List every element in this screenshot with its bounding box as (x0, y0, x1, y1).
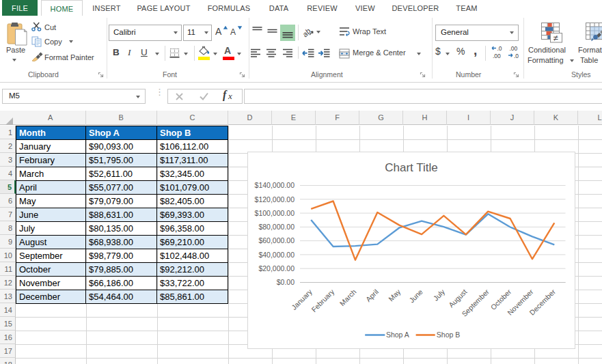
svg-text:Chart Title: Chart Title (385, 160, 437, 173)
svg-text:$140,000.00: $140,000.00 (254, 181, 295, 189)
svg-text:$80,000.00: $80,000.00 (258, 223, 295, 231)
svg-text:$120,000.00: $120,000.00 (254, 195, 295, 203)
svg-text:$20,000.00: $20,000.00 (258, 264, 295, 272)
svg-text:.0: .0 (514, 53, 519, 59)
svg-text:.00: .00 (493, 53, 501, 59)
svg-text:.0: .0 (497, 46, 502, 52)
svg-text:$0.00: $0.00 (276, 278, 294, 286)
svg-text:$60,000.00: $60,000.00 (258, 236, 295, 244)
svg-text:$40,000.00: $40,000.00 (258, 250, 295, 258)
svg-text:.00: .00 (510, 46, 518, 52)
svg-text:ab: ab (303, 27, 312, 38)
svg-text:Shop B: Shop B (436, 331, 459, 339)
svg-text:$100,000.00: $100,000.00 (254, 208, 295, 216)
svg-text:≠: ≠ (553, 33, 558, 43)
svg-text:Shop A: Shop A (385, 331, 409, 339)
